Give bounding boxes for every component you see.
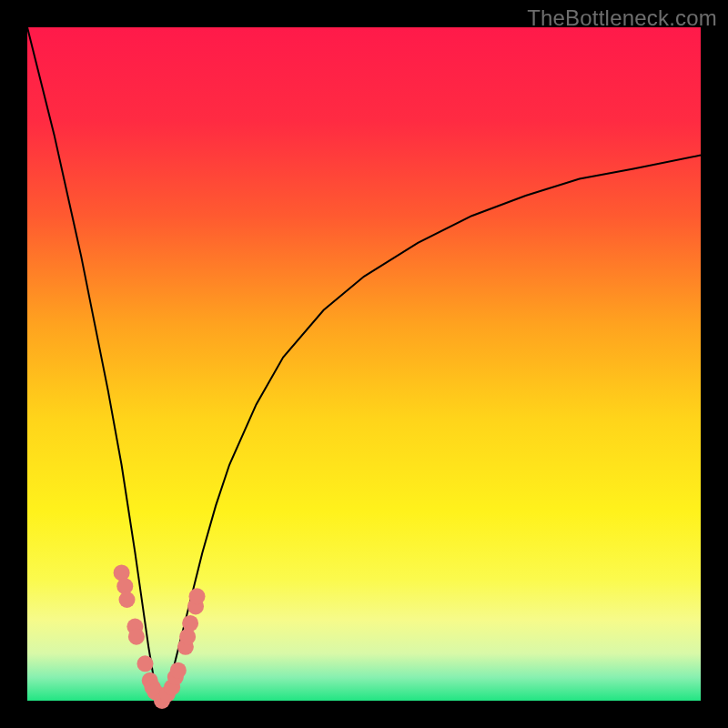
plot-area bbox=[27, 27, 701, 701]
marker-point bbox=[189, 588, 206, 604]
marker-group bbox=[114, 564, 206, 709]
marker-point bbox=[128, 629, 145, 645]
marker-point bbox=[137, 655, 154, 672]
marker-point bbox=[179, 629, 196, 645]
marker-point bbox=[182, 615, 198, 632]
watermark-text: TheBottleneck.com bbox=[527, 5, 717, 31]
marker-point bbox=[119, 592, 136, 608]
curve-layer bbox=[27, 27, 701, 701]
marker-point bbox=[170, 662, 187, 679]
chart-frame: TheBottleneck.com bbox=[0, 0, 728, 728]
